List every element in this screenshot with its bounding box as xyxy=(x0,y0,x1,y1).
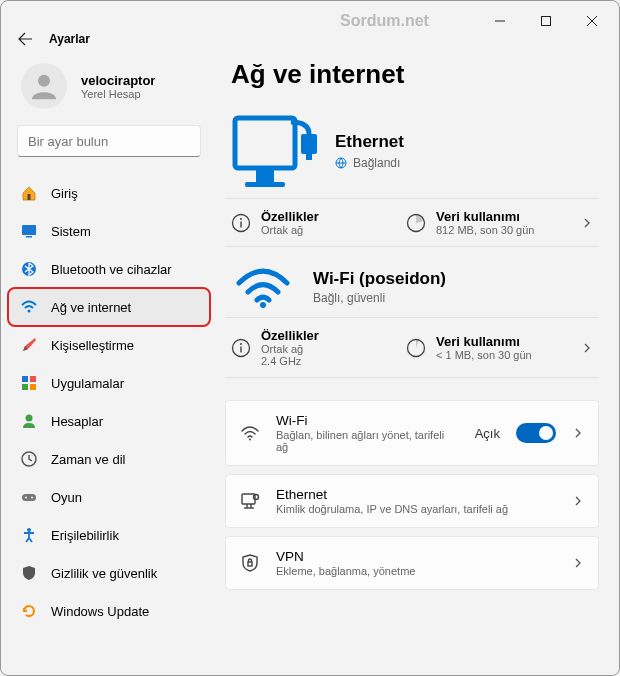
ethernet-name: Ethernet xyxy=(335,132,404,152)
svg-rect-14 xyxy=(22,384,28,390)
gamepad-icon xyxy=(21,489,37,505)
card-title: Wi-Fi xyxy=(276,413,459,428)
sidebar-item-apps[interactable]: Uygulamalar xyxy=(9,365,209,401)
svg-rect-26 xyxy=(306,154,312,160)
sidebar-item-label: Zaman ve dil xyxy=(51,452,125,467)
close-button[interactable] xyxy=(569,5,615,37)
sidebar: velociraptor Yerel Hesap Giriş Sistem Bl… xyxy=(1,57,217,663)
bluetooth-icon xyxy=(21,261,37,277)
ethernet-propbar[interactable]: Özellikler Ortak ağ Veri kullanımı 812 M… xyxy=(225,198,599,247)
avatar xyxy=(21,63,67,109)
sidebar-item-label: Gizlilik ve güvenlik xyxy=(51,566,157,581)
home-icon xyxy=(21,185,37,201)
sidebar-item-label: Ağ ve internet xyxy=(51,300,131,315)
usage-sub: < 1 MB, son 30 gün xyxy=(436,349,532,361)
svg-point-37 xyxy=(249,439,251,441)
sidebar-item-home[interactable]: Giriş xyxy=(9,175,209,211)
props-sub: Ortak ağ xyxy=(261,224,319,236)
svg-point-16 xyxy=(26,415,33,422)
card-title: VPN xyxy=(276,549,556,564)
minimize-button[interactable] xyxy=(477,5,523,37)
sidebar-item-bluetooth[interactable]: Bluetooth ve cihazlar xyxy=(9,251,209,287)
chevron-right-icon xyxy=(581,217,593,229)
props-title: Özellikler xyxy=(261,209,319,224)
user-name: velociraptor xyxy=(81,73,155,88)
search-input[interactable] xyxy=(28,134,196,149)
wifi-propbar[interactable]: Özellikler Ortak ağ 2.4 GHz Veri kullanı… xyxy=(225,317,599,378)
search-box[interactable] xyxy=(17,125,201,157)
app-title: Ayarlar xyxy=(49,32,90,46)
svg-rect-13 xyxy=(30,376,36,382)
wifi-toggle[interactable] xyxy=(516,423,556,443)
ethernet-icon xyxy=(240,491,260,511)
shield-lock-icon xyxy=(240,553,260,573)
brush-icon xyxy=(21,337,37,353)
svg-rect-12 xyxy=(22,376,28,382)
watermark: Sordum.net xyxy=(340,12,429,30)
card-wifi[interactable]: Wi-Fi Bağlan, bilinen ağları yönet, tari… xyxy=(225,400,599,466)
svg-rect-9 xyxy=(26,236,32,238)
card-sub: Bağlan, bilinen ağları yönet, tarifeli a… xyxy=(276,429,459,453)
sidebar-item-label: Windows Update xyxy=(51,604,149,619)
svg-rect-24 xyxy=(245,182,285,187)
usage-icon xyxy=(406,213,426,233)
usage-sub: 812 MB, son 30 gün xyxy=(436,224,534,236)
props-title: Özellikler xyxy=(261,328,319,343)
svg-point-42 xyxy=(254,495,259,500)
clock-icon xyxy=(21,451,37,467)
maximize-button[interactable] xyxy=(523,5,569,37)
sidebar-item-update[interactable]: Windows Update xyxy=(9,593,209,629)
sidebar-item-label: Sistem xyxy=(51,224,91,239)
sidebar-item-label: Giriş xyxy=(51,186,78,201)
svg-rect-35 xyxy=(240,346,241,352)
svg-rect-1 xyxy=(542,17,551,26)
sidebar-item-label: Uygulamalar xyxy=(51,376,124,391)
wifi-hero: Wi-Fi (poseidon) Bağlı, güvenli xyxy=(225,247,599,317)
svg-point-19 xyxy=(25,497,27,499)
person-icon xyxy=(21,413,37,429)
back-button[interactable] xyxy=(17,31,33,47)
user-sub: Yerel Hesap xyxy=(81,88,155,100)
svg-rect-7 xyxy=(28,194,31,200)
sidebar-item-accessibility[interactable]: Erişilebilirlik xyxy=(9,517,209,553)
svg-rect-30 xyxy=(240,221,241,227)
sidebar-item-network[interactable]: Ağ ve internet xyxy=(9,289,209,325)
card-ethernet[interactable]: Ethernet Kimlik doğrulama, IP ve DNS aya… xyxy=(225,474,599,528)
card-title: Ethernet xyxy=(276,487,556,502)
sidebar-item-system[interactable]: Sistem xyxy=(9,213,209,249)
svg-point-32 xyxy=(260,302,266,308)
ethernet-monitor-icon xyxy=(231,112,321,190)
update-icon xyxy=(21,603,37,619)
svg-rect-43 xyxy=(248,562,252,566)
svg-point-4 xyxy=(38,75,50,87)
svg-point-21 xyxy=(27,528,31,532)
sidebar-item-label: Bluetooth ve cihazlar xyxy=(51,262,172,277)
card-sub: Ekleme, bağlanma, yönetme xyxy=(276,565,556,577)
ethernet-hero: Ethernet Bağlandı xyxy=(225,108,599,198)
page-title: Ağ ve internet xyxy=(225,57,599,108)
sidebar-item-gaming[interactable]: Oyun xyxy=(9,479,209,515)
svg-point-29 xyxy=(240,218,242,220)
sidebar-item-accounts[interactable]: Hesaplar xyxy=(9,403,209,439)
wifi-icon xyxy=(21,299,37,315)
wifi-status: Bağlı, güvenli xyxy=(313,291,446,305)
sidebar-item-time[interactable]: Zaman ve dil xyxy=(9,441,209,477)
sidebar-item-privacy[interactable]: Gizlilik ve güvenlik xyxy=(9,555,209,591)
ethernet-status: Bağlandı xyxy=(335,156,404,170)
shield-icon xyxy=(21,565,37,581)
wifi-name: Wi-Fi (poseidon) xyxy=(313,269,446,289)
svg-rect-25 xyxy=(301,134,317,154)
sidebar-item-personalization[interactable]: Kişiselleştirme xyxy=(9,327,209,363)
usage-title: Veri kullanımı xyxy=(436,209,534,224)
props-sub1: Ortak ağ xyxy=(261,343,319,355)
sidebar-item-label: Kişiselleştirme xyxy=(51,338,134,353)
user-block[interactable]: velociraptor Yerel Hesap xyxy=(9,57,209,123)
svg-rect-8 xyxy=(22,225,36,235)
props-sub2: 2.4 GHz xyxy=(261,355,319,367)
svg-rect-23 xyxy=(256,170,274,182)
svg-rect-18 xyxy=(22,494,36,501)
info-icon xyxy=(231,213,251,233)
wifi-icon xyxy=(240,423,260,443)
globe-icon xyxy=(335,157,347,169)
card-vpn[interactable]: VPN Ekleme, bağlanma, yönetme xyxy=(225,536,599,590)
